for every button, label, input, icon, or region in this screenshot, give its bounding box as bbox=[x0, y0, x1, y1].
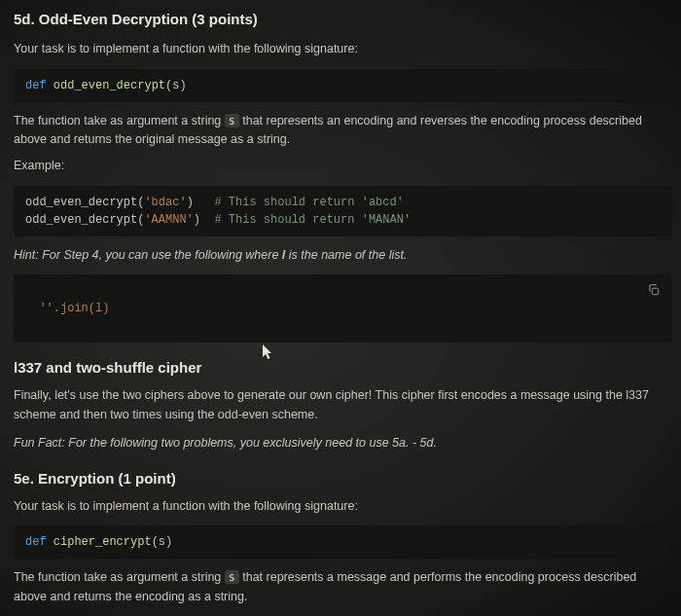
copy-icon bbox=[647, 283, 661, 297]
join-code: ''.join(l) bbox=[39, 302, 109, 315]
inline-var-s: s bbox=[225, 114, 239, 127]
signature-block-5e: def cipher_encrypt(s) bbox=[14, 525, 671, 559]
cipher-funfact: Fun Fact: For the following two problems… bbox=[14, 434, 671, 453]
join-block: ''.join(l) bbox=[14, 274, 671, 343]
ex1-arg: 'bdac' bbox=[144, 196, 186, 209]
ex1-close: ) bbox=[187, 196, 215, 209]
example-block-5d: odd_even_decrypt('bdac') # This should r… bbox=[14, 186, 671, 236]
example-label: Example: bbox=[14, 157, 671, 175]
fn-name: odd_even_decrypt bbox=[54, 79, 165, 92]
desc-5d: The function take as argument a string s… bbox=[14, 112, 671, 150]
svg-rect-0 bbox=[652, 288, 658, 294]
hint-5d: Hint: For Step 4, you can use the follow… bbox=[14, 246, 671, 265]
ex1-comment: # This should return 'abcd' bbox=[214, 196, 403, 209]
desc-pre: The function take as argument a string bbox=[14, 570, 225, 584]
heading-5e: 5e. Encryption (1 point) bbox=[14, 467, 671, 489]
cipher-body: Finally, let's use the two ciphers above… bbox=[14, 386, 671, 424]
intro-5e: Your task is to implement a function wit… bbox=[14, 497, 671, 516]
copy-button[interactable] bbox=[644, 280, 663, 300]
desc-pre: The function take as argument a string bbox=[14, 114, 225, 127]
kw-def: def bbox=[25, 79, 54, 92]
fn-name: cipher_encrypt bbox=[54, 535, 152, 549]
ex2-fn: odd_even_decrypt( bbox=[25, 213, 144, 227]
desc-5e: The function take as argument a string s… bbox=[14, 568, 671, 606]
signature-block-5d: def odd_even_decrypt(s) bbox=[14, 69, 671, 102]
ex2-arg: 'AAMNN' bbox=[144, 213, 193, 227]
ex2-comment: # This should return 'MANAN' bbox=[214, 213, 411, 227]
ex1-fn: odd_even_decrypt( bbox=[25, 196, 144, 209]
sig-tail: (s) bbox=[165, 79, 187, 92]
heading-cipher: l337 and two-shuffle cipher bbox=[14, 356, 671, 379]
inline-var-s: s bbox=[225, 570, 239, 584]
ex2-close: ) bbox=[194, 213, 215, 227]
intro-5d: Your task is to implement a function wit… bbox=[14, 40, 671, 58]
hint-pre: Hint: For Step 4, you can use the follow… bbox=[14, 248, 282, 262]
hint-post: is the name of the list. bbox=[285, 248, 407, 262]
kw-def: def bbox=[25, 535, 54, 549]
sig-tail: (s) bbox=[152, 535, 173, 549]
heading-5d: 5d. Odd-Even Decryption (3 points) bbox=[14, 8, 671, 30]
